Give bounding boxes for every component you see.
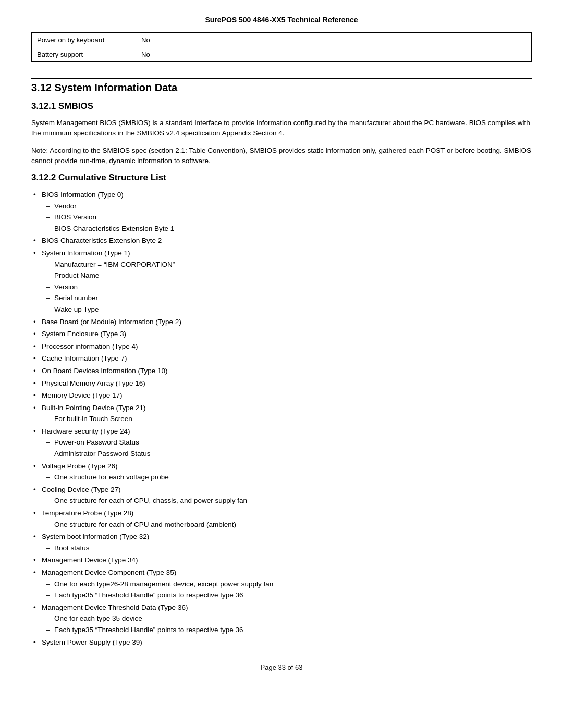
sub-list: Power-on Password StatusAdministrator Pa… bbox=[42, 437, 532, 459]
section-312-title: 3.12 System Information Data bbox=[31, 82, 532, 94]
list-item: Memory Device (Type 17) bbox=[42, 390, 532, 401]
table-cell-value: No bbox=[136, 47, 188, 62]
list-item: Cache Information (Type 7) bbox=[42, 353, 532, 364]
info-table: Power on by keyboardNoBattery supportNo bbox=[31, 32, 532, 62]
list-item: Built-in Pointing Device (Type 21)For bu… bbox=[42, 402, 532, 425]
list-item: Physical Memory Array (Type 16) bbox=[42, 378, 532, 389]
list-item: System Power Supply (Type 39) bbox=[42, 637, 532, 648]
list-item: Management Device Threshold Data (Type 3… bbox=[42, 602, 532, 636]
sub-list-item: For built-in Touch Screen bbox=[54, 413, 532, 425]
sub-list: One for each type26-28 management device… bbox=[42, 578, 532, 601]
sub-list: One structure for each of CPU and mother… bbox=[42, 519, 532, 530]
sub-list-item: Boot status bbox=[54, 542, 532, 554]
sub-list-item: One structure for each voltage probe bbox=[54, 472, 532, 483]
section-3122-title: 3.12.2 Cumulative Structure List bbox=[31, 172, 532, 183]
list-item: Management Device Component (Type 35)One… bbox=[42, 567, 532, 601]
sub-list: VendorBIOS VersionBIOS Characteristics E… bbox=[42, 201, 532, 235]
sub-list-item: One for each type 35 device bbox=[54, 613, 532, 624]
sub-list-item: BIOS Version bbox=[54, 212, 532, 223]
sub-list: One for each type 35 deviceEach type35 “… bbox=[42, 613, 532, 635]
smbios-para2: Note: According to the SMBIOS spec (sect… bbox=[31, 145, 532, 167]
smbios-para1: System Management BIOS (SMBIOS) is a sta… bbox=[31, 118, 532, 139]
list-item: Base Board (or Module) Information (Type… bbox=[42, 316, 532, 328]
list-item: BIOS Characteristics Extension Byte 2 bbox=[42, 235, 532, 246]
sub-list-item: Version bbox=[54, 281, 532, 293]
sub-list-item: One structure for each of CPU and mother… bbox=[54, 519, 532, 530]
sub-list: Manufacturer = “IBM CORPORATION”Product … bbox=[42, 259, 532, 315]
table-row: Battery supportNo bbox=[32, 47, 532, 62]
list-item: BIOS Information (Type 0)VendorBIOS Vers… bbox=[42, 189, 532, 234]
table-cell-col3 bbox=[188, 33, 360, 47]
list-item: System Enclosure (Type 3) bbox=[42, 328, 532, 340]
sub-list-item: Each type35 “Threshold Handle” points to… bbox=[54, 624, 532, 636]
sub-list-item: Power-on Password Status bbox=[54, 437, 532, 448]
page-number: Page 33 of 63 bbox=[31, 663, 532, 671]
list-item: Hardware security (Type 24)Power-on Pass… bbox=[42, 426, 532, 460]
cumulative-structure-list: BIOS Information (Type 0)VendorBIOS Vers… bbox=[31, 189, 532, 648]
sub-list: One structure for each of CPU, chassis, … bbox=[42, 495, 532, 507]
list-item: Temperature Probe (Type 28)One structure… bbox=[42, 508, 532, 530]
section-divider bbox=[31, 78, 532, 79]
sub-list-item: One for each type26-28 management device… bbox=[54, 578, 532, 590]
list-item: Cooling Device (Type 27)One structure fo… bbox=[42, 484, 532, 507]
table-cell-label: Battery support bbox=[32, 47, 136, 62]
list-item: Processor information (Type 4) bbox=[42, 341, 532, 352]
page-footer: Page 33 of 63 bbox=[31, 663, 532, 671]
table-row: Power on by keyboardNo bbox=[32, 33, 532, 47]
sub-list-item: BIOS Characteristics Extension Byte 1 bbox=[54, 223, 532, 235]
table-cell-col4 bbox=[360, 47, 532, 62]
sub-list-item: Serial number bbox=[54, 292, 532, 304]
sub-list-item: Each type35 “Threshold Handle” points to… bbox=[54, 589, 532, 601]
sub-list: For built-in Touch Screen bbox=[42, 413, 532, 425]
table-cell-col3 bbox=[188, 47, 360, 62]
list-item: Voltage Probe (Type 26)One structure for… bbox=[42, 461, 532, 483]
list-item: On Board Devices Information (Type 10) bbox=[42, 365, 532, 377]
section-3121-title: 3.12.1 SMBIOS bbox=[31, 101, 532, 112]
sub-list-item: Vendor bbox=[54, 201, 532, 212]
table-cell-col4 bbox=[360, 33, 532, 47]
sub-list-item: Administrator Password Status bbox=[54, 448, 532, 460]
sub-list-item: Manufacturer = “IBM CORPORATION” bbox=[54, 259, 532, 270]
sub-list: Boot status bbox=[42, 542, 532, 554]
table-cell-value: No bbox=[136, 33, 188, 47]
list-item: System Information (Type 1)Manufacturer … bbox=[42, 248, 532, 315]
list-item: System boot information (Type 32)Boot st… bbox=[42, 531, 532, 553]
sub-list-item: Product Name bbox=[54, 270, 532, 281]
page-header: SurePOS 500 4846-XX5 Technical Reference bbox=[31, 16, 532, 24]
sub-list: One structure for each voltage probe bbox=[42, 472, 532, 483]
table-cell-label: Power on by keyboard bbox=[32, 33, 136, 47]
sub-list-item: Wake up Type bbox=[54, 304, 532, 315]
sub-list-item: One structure for each of CPU, chassis, … bbox=[54, 495, 532, 507]
list-item: Management Device (Type 34) bbox=[42, 554, 532, 566]
